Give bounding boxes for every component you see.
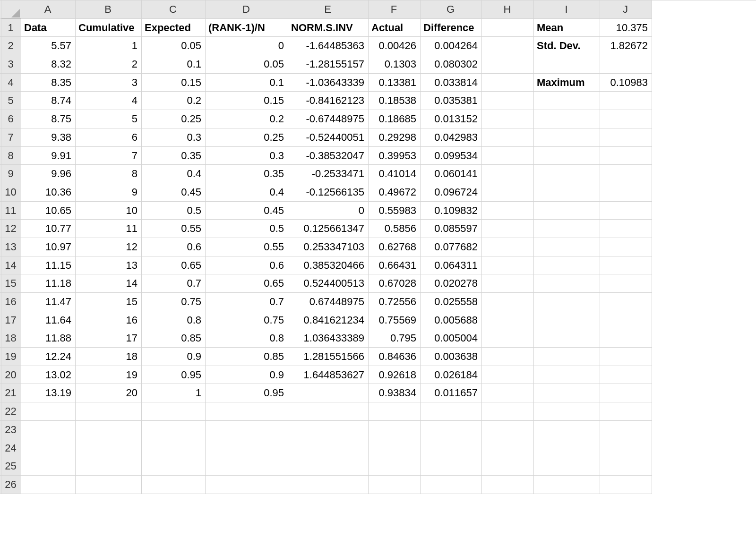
cell-C19[interactable]: 0.9 bbox=[142, 348, 206, 366]
cell-I16[interactable] bbox=[534, 293, 600, 311]
cell-C10[interactable]: 0.45 bbox=[142, 183, 206, 202]
cell-J11[interactable] bbox=[600, 202, 652, 220]
cell-B7[interactable]: 6 bbox=[76, 128, 142, 147]
cell-H19[interactable] bbox=[482, 348, 534, 366]
cell-F23[interactable] bbox=[369, 421, 421, 439]
cell-A26[interactable] bbox=[21, 476, 76, 494]
cell-G16[interactable]: 0.025558 bbox=[421, 293, 482, 311]
cell-D10[interactable]: 0.4 bbox=[206, 183, 288, 202]
cell-G9[interactable]: 0.060141 bbox=[421, 165, 482, 183]
cell-F19[interactable]: 0.84636 bbox=[369, 348, 421, 366]
cell-A14[interactable]: 11.15 bbox=[21, 256, 76, 275]
cell-H3[interactable] bbox=[482, 55, 534, 74]
cell-C26[interactable] bbox=[142, 476, 206, 494]
cell-B8[interactable]: 7 bbox=[76, 147, 142, 165]
cell-I11[interactable] bbox=[534, 202, 600, 220]
cell-E4[interactable]: -1.03643339 bbox=[288, 74, 369, 92]
cell-J3[interactable] bbox=[600, 55, 652, 74]
cell-F18[interactable]: 0.795 bbox=[369, 329, 421, 348]
cell-G13[interactable]: 0.077682 bbox=[421, 238, 482, 256]
cell-E21[interactable] bbox=[288, 384, 369, 402]
cell-J7[interactable] bbox=[600, 128, 652, 147]
cell-G6[interactable]: 0.013152 bbox=[421, 110, 482, 128]
cell-F1[interactable]: Actual bbox=[369, 19, 421, 37]
cell-F24[interactable] bbox=[369, 439, 421, 458]
cell-F14[interactable]: 0.66431 bbox=[369, 256, 421, 275]
cell-I2[interactable]: Std. Dev. bbox=[534, 37, 600, 55]
cell-J16[interactable] bbox=[600, 293, 652, 311]
cell-J2[interactable]: 1.82672 bbox=[600, 37, 652, 55]
cell-B26[interactable] bbox=[76, 476, 142, 494]
cell-A21[interactable]: 13.19 bbox=[21, 384, 76, 402]
cell-C21[interactable]: 1 bbox=[142, 384, 206, 402]
row-header-11[interactable]: 11 bbox=[1, 202, 21, 220]
cell-B10[interactable]: 9 bbox=[76, 183, 142, 202]
cell-E3[interactable]: -1.28155157 bbox=[288, 55, 369, 74]
row-header-6[interactable]: 6 bbox=[1, 110, 21, 128]
column-header-B[interactable]: B bbox=[76, 0, 142, 19]
cell-I10[interactable] bbox=[534, 183, 600, 202]
cell-I20[interactable] bbox=[534, 366, 600, 384]
cell-F5[interactable]: 0.18538 bbox=[369, 92, 421, 110]
cell-A23[interactable] bbox=[21, 421, 76, 439]
cell-B4[interactable]: 3 bbox=[76, 74, 142, 92]
cell-H13[interactable] bbox=[482, 238, 534, 256]
row-header-22[interactable]: 22 bbox=[1, 402, 21, 421]
cell-B14[interactable]: 13 bbox=[76, 256, 142, 275]
select-all-triangle[interactable] bbox=[1, 0, 21, 19]
cell-D3[interactable]: 0.05 bbox=[206, 55, 288, 74]
cell-H1[interactable] bbox=[482, 19, 534, 37]
row-header-26[interactable]: 26 bbox=[1, 476, 21, 494]
cell-J13[interactable] bbox=[600, 238, 652, 256]
cell-C15[interactable]: 0.7 bbox=[142, 274, 206, 293]
cell-E23[interactable] bbox=[288, 421, 369, 439]
cell-I22[interactable] bbox=[534, 402, 600, 421]
cell-H2[interactable] bbox=[482, 37, 534, 55]
cell-J19[interactable] bbox=[600, 348, 652, 366]
cell-B15[interactable]: 14 bbox=[76, 274, 142, 293]
cell-J12[interactable] bbox=[600, 220, 652, 238]
cell-G7[interactable]: 0.042983 bbox=[421, 128, 482, 147]
cell-C20[interactable]: 0.95 bbox=[142, 366, 206, 384]
cell-G10[interactable]: 0.096724 bbox=[421, 183, 482, 202]
row-header-25[interactable]: 25 bbox=[1, 457, 21, 476]
cell-F15[interactable]: 0.67028 bbox=[369, 274, 421, 293]
row-header-18[interactable]: 18 bbox=[1, 329, 21, 348]
cell-C18[interactable]: 0.85 bbox=[142, 329, 206, 348]
cell-A2[interactable]: 5.57 bbox=[21, 37, 76, 55]
cell-F16[interactable]: 0.72556 bbox=[369, 293, 421, 311]
cell-G4[interactable]: 0.033814 bbox=[421, 74, 482, 92]
cell-F8[interactable]: 0.39953 bbox=[369, 147, 421, 165]
cell-H11[interactable] bbox=[482, 202, 534, 220]
cell-E24[interactable] bbox=[288, 439, 369, 458]
row-header-20[interactable]: 20 bbox=[1, 366, 21, 384]
cell-J22[interactable] bbox=[600, 402, 652, 421]
cell-H26[interactable] bbox=[482, 476, 534, 494]
row-header-21[interactable]: 21 bbox=[1, 384, 21, 402]
cell-H7[interactable] bbox=[482, 128, 534, 147]
cell-G5[interactable]: 0.035381 bbox=[421, 92, 482, 110]
cell-J9[interactable] bbox=[600, 165, 652, 183]
row-header-10[interactable]: 10 bbox=[1, 183, 21, 202]
cell-F25[interactable] bbox=[369, 457, 421, 476]
cell-I24[interactable] bbox=[534, 439, 600, 458]
cell-I3[interactable] bbox=[534, 55, 600, 74]
cell-E9[interactable]: -0.2533471 bbox=[288, 165, 369, 183]
cell-C17[interactable]: 0.8 bbox=[142, 311, 206, 330]
cell-J18[interactable] bbox=[600, 329, 652, 348]
row-header-19[interactable]: 19 bbox=[1, 348, 21, 366]
cell-D26[interactable] bbox=[206, 476, 288, 494]
column-header-I[interactable]: I bbox=[534, 0, 600, 19]
cell-E2[interactable]: -1.64485363 bbox=[288, 37, 369, 55]
cell-B11[interactable]: 10 bbox=[76, 202, 142, 220]
row-header-12[interactable]: 12 bbox=[1, 220, 21, 238]
cell-H12[interactable] bbox=[482, 220, 534, 238]
cell-I25[interactable] bbox=[534, 457, 600, 476]
cell-A13[interactable]: 10.97 bbox=[21, 238, 76, 256]
cell-B20[interactable]: 19 bbox=[76, 366, 142, 384]
cell-D9[interactable]: 0.35 bbox=[206, 165, 288, 183]
cell-F10[interactable]: 0.49672 bbox=[369, 183, 421, 202]
row-header-8[interactable]: 8 bbox=[1, 147, 21, 165]
cell-B22[interactable] bbox=[76, 402, 142, 421]
cell-F3[interactable]: 0.1303 bbox=[369, 55, 421, 74]
